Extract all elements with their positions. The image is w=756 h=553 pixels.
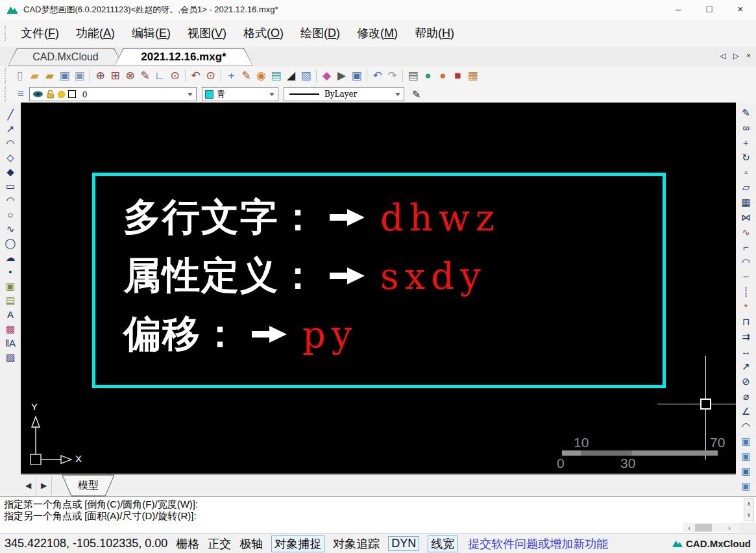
model-tab[interactable]: 模型 bbox=[60, 474, 117, 497]
status-toggle-ortho[interactable]: 正交 bbox=[208, 536, 231, 552]
polyline-edit-icon[interactable]: ⊓ bbox=[738, 315, 755, 330]
layer-sun-icon[interactable] bbox=[57, 90, 66, 99]
redo-icon[interactable]: ↷ bbox=[385, 68, 400, 84]
edit-spline-icon[interactable]: ∿ bbox=[738, 225, 755, 240]
menu-edit[interactable]: 编辑(E) bbox=[123, 25, 179, 41]
block-define-icon[interactable]: ▣ bbox=[2, 279, 19, 293]
zoom-realtime-icon[interactable]: ⊙ bbox=[167, 68, 182, 84]
zoom-in-icon[interactable]: ⊕ bbox=[93, 68, 108, 84]
save-as-icon[interactable]: ▣ bbox=[72, 68, 87, 84]
scroll-right-icon[interactable]: › bbox=[724, 524, 735, 532]
close-button[interactable]: × bbox=[725, 0, 756, 19]
scrollbar-thumb[interactable] bbox=[695, 524, 712, 532]
status-toggle-osnap[interactable]: 对象捕捉 bbox=[271, 535, 324, 552]
array-icon[interactable]: ▦ bbox=[738, 195, 755, 210]
layer-dropdown[interactable]: 0 bbox=[29, 87, 197, 101]
command-line-panel[interactable]: 指定第一个角点或 [倒角(C)/圆角(F)/宽度(W)]: 指定另一个角点或 [… bbox=[0, 497, 756, 522]
print-icon[interactable]: ▤ bbox=[406, 68, 421, 84]
zoom-window-icon[interactable]: ⊞ bbox=[108, 68, 123, 84]
layer-tool-b-icon[interactable]: ▣ bbox=[738, 449, 755, 464]
zoom-previous-icon[interactable]: ↶ bbox=[188, 68, 203, 84]
web-share-icon[interactable]: ● bbox=[435, 68, 450, 84]
break-icon[interactable]: ┄ bbox=[738, 270, 755, 285]
status-toggle-otrack[interactable]: 对象追踪 bbox=[333, 536, 380, 552]
linewidth-brush-icon[interactable]: ◢ bbox=[284, 68, 299, 84]
color-dropdown[interactable]: 青 bbox=[202, 87, 278, 101]
block-insert-icon[interactable]: ▤ bbox=[2, 293, 19, 308]
scroll-down-icon[interactable]: ∨ bbox=[744, 510, 753, 521]
status-toggle-lineweight[interactable]: 线宽 bbox=[428, 535, 457, 552]
export-window-icon[interactable]: ▧ bbox=[299, 68, 313, 84]
break-at-point-icon[interactable]: ┊ bbox=[738, 285, 755, 300]
dim-aligned-icon[interactable]: ↗ bbox=[738, 360, 755, 375]
copy-icon[interactable]: ∞ bbox=[738, 121, 755, 136]
revision-cloud-icon[interactable]: ☁ bbox=[2, 251, 19, 265]
circle-icon[interactable]: ○ bbox=[2, 208, 19, 222]
match-properties-brush-icon[interactable]: ✎ bbox=[412, 88, 421, 101]
status-toggle-dyn[interactable]: DYN bbox=[388, 536, 419, 551]
select-cursor-icon[interactable]: ▶ bbox=[334, 68, 349, 84]
menu-format[interactable]: 格式(O) bbox=[235, 25, 292, 41]
palette-icon[interactable]: ◉ bbox=[254, 68, 269, 84]
dim-radius-icon[interactable]: ⊘ bbox=[738, 375, 755, 389]
save-icon[interactable]: ▣ bbox=[57, 68, 72, 84]
menu-view[interactable]: 视图(V) bbox=[179, 25, 235, 41]
move-icon[interactable]: + bbox=[738, 136, 755, 151]
point-icon[interactable]: • bbox=[2, 265, 19, 279]
open-cloud-icon[interactable]: ▰ bbox=[42, 68, 57, 84]
menu-file[interactable]: 文件(F) bbox=[12, 25, 67, 41]
layer-manager-icon[interactable]: ≡ bbox=[12, 88, 29, 101]
linetype-dropdown[interactable]: ByLayer bbox=[284, 87, 404, 101]
command-vertical-scrollbar[interactable]: ∧ ∨ bbox=[744, 498, 754, 521]
layer-tool-d-icon[interactable]: ▣ bbox=[738, 479, 755, 494]
erase-icon[interactable]: ✎ bbox=[738, 106, 755, 121]
layer-tool-c-icon[interactable]: ▣ bbox=[738, 464, 755, 479]
join-icon[interactable]: ⇉ bbox=[738, 330, 755, 345]
chevron-down-icon[interactable] bbox=[188, 93, 193, 96]
open-file-icon[interactable]: ▰ bbox=[27, 68, 42, 84]
status-toggle-grid[interactable]: 栅格 bbox=[176, 536, 199, 552]
tab-drawing-active[interactable]: 2021.12.16.mxg* bbox=[114, 48, 253, 66]
spline-icon[interactable]: ∿ bbox=[2, 222, 19, 236]
layout-prev-button[interactable]: ◀ bbox=[21, 476, 36, 495]
chamfer-icon[interactable]: ⌐ bbox=[738, 240, 755, 255]
pan-cross-icon[interactable]: + bbox=[224, 68, 239, 84]
insert-window-icon[interactable]: ▣ bbox=[349, 68, 364, 84]
layer-visible-eye-icon[interactable] bbox=[32, 90, 43, 98]
hatch-icon[interactable]: ▨ bbox=[2, 350, 19, 365]
offset-icon[interactable]: ▱ bbox=[738, 180, 755, 195]
ucs-axis-icon[interactable]: ∟ bbox=[152, 68, 167, 84]
menu-modify[interactable]: 修改(M) bbox=[348, 25, 406, 41]
mirror-icon[interactable]: ⋈ bbox=[738, 210, 755, 225]
tab-cad-mxcloud[interactable]: CAD.MxCloud bbox=[8, 48, 123, 66]
vertical-text-icon[interactable]: ‖A bbox=[2, 336, 19, 350]
construction-line-icon[interactable]: ↗ bbox=[2, 122, 19, 136]
pan-hand-icon[interactable]: ✎ bbox=[138, 68, 152, 84]
dim-diameter-icon[interactable]: ⌀ bbox=[738, 389, 755, 404]
sketch-pen-icon[interactable]: ✎ bbox=[239, 68, 254, 84]
chevron-down-icon[interactable] bbox=[395, 93, 400, 96]
tab-scroll-right-icon[interactable]: ▷ bbox=[733, 51, 739, 60]
fillet-icon[interactable]: ◠ bbox=[738, 255, 755, 270]
color-hatch-icon[interactable]: ▩ bbox=[2, 322, 19, 336]
color-layers-icon[interactable]: ▤ bbox=[269, 68, 284, 84]
tab-close-icon[interactable]: × bbox=[746, 51, 751, 60]
maximize-button[interactable]: □ bbox=[694, 0, 725, 19]
tab-scroll-left-icon[interactable]: ◁ bbox=[720, 51, 726, 60]
zoom-next-icon[interactable]: ⊙ bbox=[203, 68, 218, 84]
dim-linear-icon[interactable]: ↔ bbox=[738, 345, 755, 360]
layout-next-button[interactable]: ▶ bbox=[36, 476, 52, 495]
chevron-down-icon[interactable] bbox=[269, 93, 274, 96]
scroll-up-icon[interactable]: ∧ bbox=[744, 498, 753, 510]
text-icon[interactable]: A bbox=[2, 308, 19, 322]
menu-function[interactable]: 功能(A) bbox=[67, 25, 123, 41]
status-toggle-polar[interactable]: 极轴 bbox=[239, 536, 263, 552]
dim-arc-icon[interactable]: ◠ bbox=[738, 419, 755, 434]
image-export-icon[interactable]: ▦ bbox=[465, 68, 480, 84]
feedback-link[interactable]: 提交软件问题或增加新功能 bbox=[468, 536, 608, 552]
explode-icon[interactable]: * bbox=[738, 300, 755, 315]
zoom-extents-icon[interactable]: ⊗ bbox=[123, 68, 138, 84]
horizontal-scrollbar[interactable]: ‹ › bbox=[683, 523, 739, 532]
scroll-left-icon[interactable]: ‹ bbox=[683, 524, 695, 532]
pdf-export-icon[interactable]: ■ bbox=[450, 68, 465, 84]
